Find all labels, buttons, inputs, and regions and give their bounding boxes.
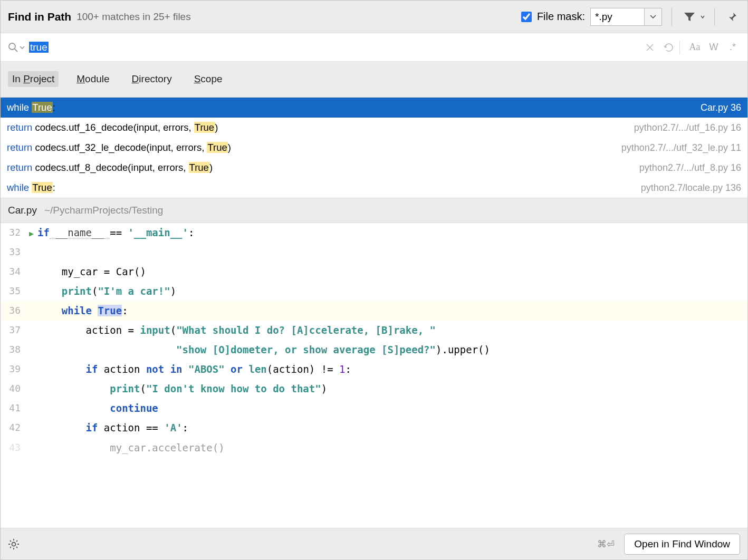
gear-icon xyxy=(8,538,20,550)
match-case-toggle[interactable]: Aa xyxy=(687,40,702,55)
line-number: 39 xyxy=(1,360,26,378)
result-text: while True: xyxy=(7,182,55,194)
tab-in-project[interactable]: In Project xyxy=(8,71,59,87)
result-row[interactable]: while True:Car.py 36 xyxy=(1,98,747,118)
result-row[interactable]: return codecs.utf_16_decode(input, error… xyxy=(1,118,747,138)
result-text: while True: xyxy=(7,102,55,113)
chevron-down-icon xyxy=(650,15,656,19)
run-gutter-icon[interactable]: ▶ xyxy=(29,226,34,242)
code-text xyxy=(26,243,43,262)
history-icon xyxy=(664,43,674,52)
separator xyxy=(679,41,680,54)
line-number: 42 xyxy=(1,418,26,437)
shortcut-hint: ⌘⏎ xyxy=(597,538,615,550)
line-number: 34 xyxy=(1,262,26,281)
code-text: my_car.accelerate() xyxy=(26,438,225,458)
separator xyxy=(672,8,672,26)
preview-path: ~/PycharmProjects/Testing xyxy=(44,205,163,216)
file-mask-dropdown[interactable] xyxy=(644,8,662,26)
code-text: print("I don't know how to do that") xyxy=(26,379,327,399)
line-number: 43 xyxy=(1,438,26,457)
line-number: 33 xyxy=(1,243,26,261)
code-text: my_car = Car() xyxy=(26,262,146,282)
result-path: Car.py 36 xyxy=(701,102,741,113)
file-mask-input[interactable] xyxy=(590,8,644,26)
line-number: 37 xyxy=(1,321,26,339)
chevron-down-icon xyxy=(701,13,705,21)
result-path: python2.7/locale.py 136 xyxy=(641,182,741,194)
code-text: print("I'm a car!") xyxy=(26,282,176,301)
settings-button[interactable] xyxy=(8,538,20,550)
code-text: if action == 'A': xyxy=(26,418,188,438)
result-row[interactable]: while True:python2.7/locale.py 136 xyxy=(1,178,747,198)
tab-directory[interactable]: Directory xyxy=(128,71,176,87)
result-row[interactable]: return codecs.utf_32_le_decode(input, er… xyxy=(1,138,747,158)
result-path: python2.7/.../utf_8.py 16 xyxy=(639,162,741,173)
filter-button[interactable] xyxy=(682,9,697,25)
pin-button[interactable] xyxy=(724,9,740,25)
line-number: 36 xyxy=(1,301,26,320)
close-icon xyxy=(646,44,654,51)
preview-header: Car.py ~/PycharmProjects/Testing xyxy=(1,198,747,223)
svg-line-1 xyxy=(15,49,17,52)
tab-scope[interactable]: Scope xyxy=(190,71,227,87)
dialog-footer: ⌘⏎ Open in Find Window xyxy=(1,528,747,559)
result-text: return codecs.utf_8_decode(input, errors… xyxy=(7,162,213,173)
result-text: return codecs.utf_16_decode(input, error… xyxy=(7,122,218,133)
tab-module[interactable]: Module xyxy=(72,71,113,87)
chevron-down-icon[interactable] xyxy=(20,43,25,52)
regex-toggle[interactable]: .* xyxy=(725,40,740,55)
line-number: 38 xyxy=(1,340,26,359)
line-number: 41 xyxy=(1,399,26,417)
dialog-title: Find in Path xyxy=(8,11,71,23)
code-text: if __name__ == '__main__': xyxy=(26,223,194,243)
result-row[interactable]: return codecs.utf_8_decode(input, errors… xyxy=(1,158,747,178)
line-number: 40 xyxy=(1,379,26,398)
results-list: while True:Car.py 36return codecs.utf_16… xyxy=(1,98,747,198)
code-text: if action not in "ABOS" or len(action) !… xyxy=(26,360,351,379)
line-number: 32 xyxy=(1,223,26,242)
separator xyxy=(714,8,715,26)
scope-tabs: In Project Module Directory Scope xyxy=(1,62,747,98)
clear-button[interactable] xyxy=(642,40,657,55)
filter-icon xyxy=(684,12,695,22)
pin-icon xyxy=(727,12,737,22)
code-preview[interactable]: ▶ 32if __name__ == '__main__': 33 34 my_… xyxy=(1,223,747,528)
words-toggle[interactable]: W xyxy=(706,40,721,55)
svg-point-2 xyxy=(12,542,16,546)
code-text: "show [O]dometer, or show average [S]pee… xyxy=(26,340,490,360)
history-button[interactable] xyxy=(661,40,676,55)
dialog-header: Find in Path 100+ matches in 25+ files F… xyxy=(1,1,747,33)
search-icon xyxy=(8,42,18,53)
file-mask-checkbox[interactable] xyxy=(521,12,532,22)
preview-filename: Car.py xyxy=(8,205,37,216)
code-text: continue xyxy=(26,399,158,418)
line-number: 35 xyxy=(1,282,26,300)
file-mask-label: File mask: xyxy=(537,11,585,23)
open-in-find-window-button[interactable]: Open in Find Window xyxy=(624,534,740,555)
match-count: 100+ matches in 25+ files xyxy=(76,11,521,23)
search-row: true Aa W .* xyxy=(1,33,747,62)
svg-point-0 xyxy=(9,43,15,50)
result-path: python2.7/.../utf_16.py 16 xyxy=(634,122,741,133)
search-input[interactable]: true xyxy=(29,42,638,53)
code-text: while True: xyxy=(26,301,128,321)
result-text: return codecs.utf_32_le_decode(input, er… xyxy=(7,142,231,153)
result-path: python2.7/.../utf_32_le.py 11 xyxy=(621,142,741,153)
code-text: action = input("What should I do? [A]cce… xyxy=(26,321,436,340)
